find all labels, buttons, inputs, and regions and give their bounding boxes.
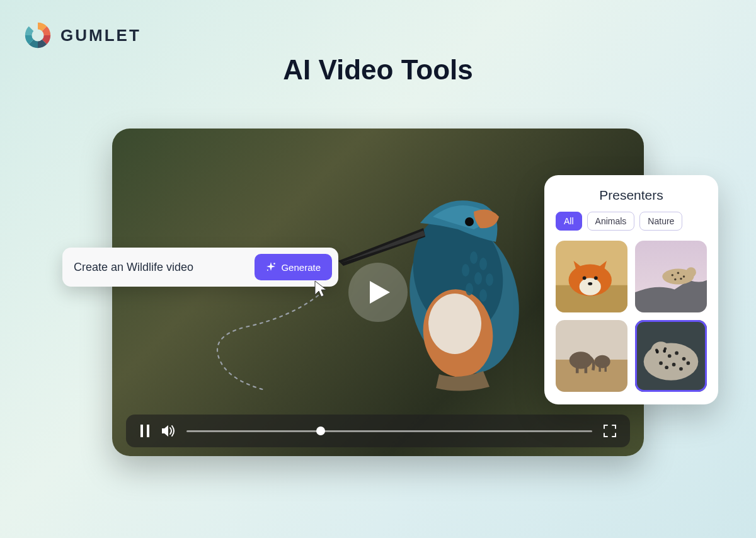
- svg-point-3: [428, 294, 481, 354]
- video-control-bar: [126, 415, 630, 447]
- fullscreen-button[interactable]: [604, 425, 616, 437]
- volume-icon: [161, 425, 175, 437]
- svg-point-15: [267, 270, 268, 271]
- svg-point-4: [465, 217, 474, 226]
- pause-icon: [140, 425, 150, 437]
- play-button[interactable]: [348, 263, 408, 322]
- generate-button-label: Generate: [281, 262, 321, 273]
- prompt-input[interactable]: [74, 261, 247, 274]
- presenter-thumb-leopard-rock[interactable]: [635, 241, 707, 312]
- presenter-tabs: All Animals Nature: [556, 212, 707, 231]
- svg-point-46: [682, 357, 686, 361]
- presenter-tab-nature[interactable]: Nature: [639, 212, 682, 231]
- svg-point-45: [675, 352, 679, 355]
- svg-point-25: [686, 267, 696, 277]
- svg-point-30: [680, 278, 682, 280]
- svg-point-9: [486, 273, 493, 286]
- svg-point-51: [659, 362, 663, 365]
- svg-point-49: [679, 367, 683, 371]
- sparkle-icon: [266, 262, 276, 272]
- generate-button[interactable]: Generate: [255, 254, 332, 280]
- svg-point-20: [583, 276, 587, 280]
- svg-point-47: [672, 363, 676, 367]
- presenter-grid: [556, 241, 707, 392]
- svg-point-50: [687, 362, 690, 365]
- svg-rect-38: [605, 363, 607, 372]
- svg-point-33: [570, 352, 592, 369]
- svg-point-19: [580, 278, 601, 295]
- presenters-title: Presenters: [556, 188, 707, 203]
- cursor-icon: [314, 280, 330, 299]
- pause-button[interactable]: [140, 425, 150, 437]
- volume-button[interactable]: [161, 425, 175, 437]
- svg-rect-32: [556, 360, 627, 392]
- progress-thumb[interactable]: [316, 426, 325, 435]
- svg-rect-31: [556, 320, 627, 360]
- svg-point-22: [588, 282, 592, 285]
- page-title: AI Video Tools: [0, 54, 756, 86]
- svg-point-14: [274, 263, 276, 265]
- svg-point-28: [683, 275, 685, 277]
- svg-rect-12: [140, 425, 143, 437]
- svg-point-29: [674, 278, 676, 280]
- fullscreen-icon: [604, 425, 616, 437]
- presenters-panel: Presenters All Animals Nature: [544, 175, 718, 404]
- svg-rect-13: [147, 425, 149, 437]
- svg-rect-34: [576, 362, 579, 373]
- svg-point-21: [594, 276, 598, 280]
- svg-point-48: [665, 365, 668, 369]
- svg-point-11: [479, 289, 487, 302]
- presenter-tab-all[interactable]: All: [556, 212, 582, 231]
- svg-point-8: [474, 272, 482, 285]
- svg-point-53: [663, 349, 666, 353]
- svg-point-27: [677, 272, 679, 274]
- presenter-thumb-leopard-resting[interactable]: [635, 320, 707, 392]
- progress-bar[interactable]: [186, 430, 592, 432]
- svg-rect-35: [585, 362, 588, 373]
- svg-rect-37: [598, 363, 600, 372]
- svg-point-26: [672, 274, 673, 276]
- svg-point-7: [462, 264, 469, 277]
- svg-point-52: [656, 350, 659, 353]
- presenter-tab-animals[interactable]: Animals: [587, 212, 635, 231]
- play-icon: [369, 280, 391, 305]
- svg-point-6: [479, 258, 487, 270]
- svg-point-41: [651, 341, 671, 362]
- brand-logo: GUMLET: [23, 20, 141, 50]
- brand-name: GUMLET: [60, 26, 141, 45]
- presenter-thumb-elephants[interactable]: [556, 320, 627, 392]
- svg-point-36: [595, 355, 610, 369]
- presenter-thumb-fox[interactable]: [556, 241, 627, 312]
- svg-point-44: [668, 354, 672, 358]
- svg-point-5: [470, 251, 478, 264]
- svg-point-10: [466, 283, 473, 295]
- gumlet-logo-icon: [23, 20, 53, 50]
- prompt-bar: Generate: [62, 248, 338, 287]
